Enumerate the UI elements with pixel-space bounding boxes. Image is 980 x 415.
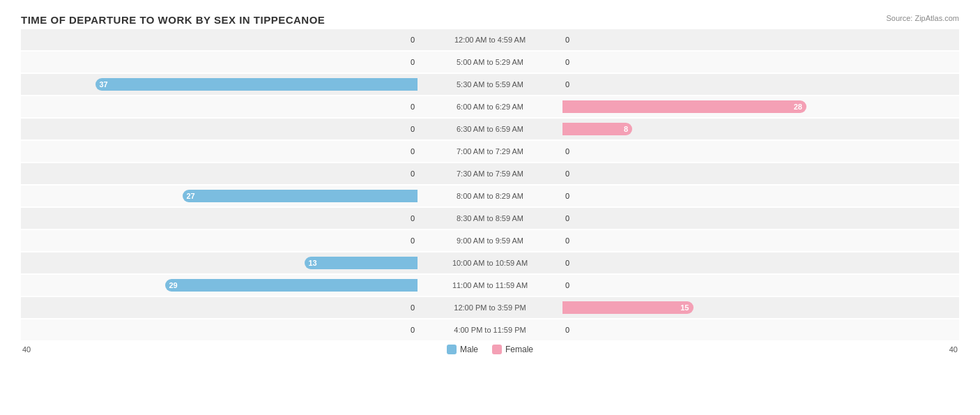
male-section: 0	[21, 319, 420, 340]
axis-left-label: 40	[22, 345, 31, 354]
chart-area: 012:00 AM to 4:59 AM005:00 AM to 5:29 AM…	[21, 29, 959, 340]
time-label: 12:00 AM to 4:59 AM	[420, 36, 560, 44]
chart-footer: 40 Male Female 40	[21, 345, 959, 354]
male-section: 0	[21, 230, 420, 251]
chart-row: 012:00 PM to 3:59 PM15	[21, 297, 959, 318]
legend-female: Female	[492, 345, 533, 354]
male-value: 29	[165, 281, 182, 289]
female-section: 8	[560, 119, 959, 139]
legend-male-label: Male	[460, 345, 478, 354]
time-label: 11:00 AM to 11:59 AM	[420, 281, 560, 289]
legend-male-box	[447, 345, 457, 354]
male-zero: 0	[411, 125, 415, 133]
time-label: 5:30 AM to 5:59 AM	[420, 80, 560, 89]
female-zero: 0	[565, 236, 569, 245]
female-section: 28	[560, 96, 959, 117]
female-section: 0	[560, 275, 959, 296]
male-value: 27	[183, 192, 199, 200]
chart-row: 09:00 AM to 9:59 AM0	[21, 230, 959, 251]
female-value: 28	[790, 103, 806, 111]
time-label: 12:00 PM to 3:59 PM	[420, 303, 560, 312]
female-zero: 0	[565, 80, 569, 89]
time-label: 8:30 AM to 8:59 AM	[420, 214, 560, 222]
female-section: 0	[560, 230, 959, 251]
male-zero: 0	[411, 303, 415, 312]
male-section: 13	[21, 252, 420, 273]
female-section: 0	[560, 186, 959, 206]
chart-row: 1310:00 AM to 10:59 AM0	[21, 252, 959, 273]
female-zero: 0	[565, 192, 569, 200]
female-zero: 0	[565, 169, 569, 178]
time-label: 6:30 AM to 6:59 AM	[420, 125, 560, 133]
chart-row: 08:30 AM to 8:59 AM0	[21, 208, 959, 229]
male-section: 0	[21, 141, 420, 162]
female-section: 0	[560, 29, 959, 50]
male-section: 29	[21, 275, 420, 296]
chart-title: TIME OF DEPARTURE TO WORK BY SEX IN TIPP…	[21, 14, 325, 26]
male-section: 0	[21, 119, 420, 139]
female-section: 0	[560, 74, 959, 95]
legend: Male Female	[447, 345, 533, 354]
legend-male: Male	[447, 345, 478, 354]
time-label: 7:00 AM to 7:29 AM	[420, 147, 560, 156]
female-zero: 0	[565, 326, 569, 334]
female-zero: 0	[565, 214, 569, 222]
female-zero: 0	[565, 259, 569, 267]
legend-female-label: Female	[505, 345, 533, 354]
male-zero: 0	[411, 147, 415, 156]
male-zero: 0	[411, 36, 415, 44]
female-section: 0	[560, 319, 959, 340]
chart-row: 2911:00 AM to 11:59 AM0	[21, 275, 959, 296]
male-value: 37	[95, 80, 112, 89]
female-zero: 0	[565, 36, 569, 44]
chart-row: 278:00 AM to 8:29 AM0	[21, 186, 959, 206]
female-section: 0	[560, 208, 959, 229]
time-label: 7:30 AM to 7:59 AM	[420, 169, 560, 178]
male-zero: 0	[411, 103, 415, 111]
female-section: 0	[560, 141, 959, 162]
female-section: 0	[560, 52, 959, 73]
male-section: 0	[21, 297, 420, 318]
chart-row: 012:00 AM to 4:59 AM0	[21, 29, 959, 50]
time-label: 6:00 AM to 6:29 AM	[420, 103, 560, 111]
chart-row: 05:00 AM to 5:29 AM0	[21, 52, 959, 73]
female-zero: 0	[565, 281, 569, 289]
male-section: 0	[21, 29, 420, 50]
chart-row: 375:30 AM to 5:59 AM0	[21, 74, 959, 95]
male-zero: 0	[411, 214, 415, 222]
female-zero: 0	[565, 58, 569, 66]
male-section: 0	[21, 163, 420, 184]
male-section: 37	[21, 74, 420, 95]
axis-right-label: 40	[949, 345, 958, 354]
male-section: 0	[21, 208, 420, 229]
male-zero: 0	[411, 169, 415, 178]
female-value: 8	[620, 125, 632, 133]
chart-row: 07:00 AM to 7:29 AM0	[21, 141, 959, 162]
chart-row: 07:30 AM to 7:59 AM0	[21, 163, 959, 184]
legend-female-box	[492, 345, 502, 354]
time-label: 5:00 AM to 5:29 AM	[420, 58, 560, 66]
female-section: 0	[560, 163, 959, 184]
male-section: 0	[21, 52, 420, 73]
chart-row: 06:00 AM to 6:29 AM28	[21, 96, 959, 117]
female-zero: 0	[565, 147, 569, 156]
time-label: 10:00 AM to 10:59 AM	[420, 259, 560, 267]
male-zero: 0	[411, 236, 415, 245]
male-section: 0	[21, 96, 420, 117]
chart-row: 06:30 AM to 6:59 AM8	[21, 119, 959, 139]
female-section: 0	[560, 252, 959, 273]
male-zero: 0	[411, 326, 415, 334]
time-label: 9:00 AM to 9:59 AM	[420, 236, 560, 245]
chart-container: TIME OF DEPARTURE TO WORK BY SEX IN TIPP…	[21, 14, 959, 354]
female-section: 15	[560, 297, 959, 318]
source-label: Source: ZipAtlas.com	[886, 14, 959, 22]
male-section: 27	[21, 186, 420, 206]
male-zero: 0	[411, 58, 415, 66]
time-label: 8:00 AM to 8:29 AM	[420, 192, 560, 200]
male-value: 13	[305, 259, 321, 267]
female-value: 15	[676, 303, 693, 312]
chart-row: 04:00 PM to 11:59 PM0	[21, 319, 959, 340]
time-label: 4:00 PM to 11:59 PM	[420, 326, 560, 334]
